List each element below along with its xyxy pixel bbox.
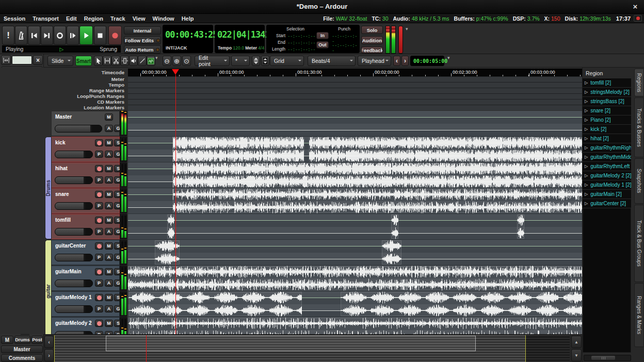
- error-log-icon[interactable]: [634, 15, 642, 22]
- track-name[interactable]: guitarMelody 1: [55, 294, 92, 300]
- track-name[interactable]: guitarMelody 2: [55, 320, 92, 326]
- track-a-button[interactable]: A: [105, 279, 113, 287]
- close-icon[interactable]: ×: [631, 2, 640, 11]
- track-header-guitarmelody-1[interactable]: guitarMelody 1MSPAG: [51, 291, 120, 317]
- secondary-clock[interactable]: 022|04|1341 Tempo 120.0 Meter 4/4: [215, 25, 265, 53]
- feedback-button[interactable]: Feedback: [361, 46, 383, 54]
- snap-mode-combo[interactable]: Grid: [270, 56, 304, 66]
- expander-icon[interactable]: ▷: [585, 90, 588, 94]
- menu-help[interactable]: Help: [178, 14, 198, 23]
- expander-icon[interactable]: ▷: [585, 127, 588, 131]
- side-tab-snapshots[interactable]: Snapshots: [634, 158, 644, 204]
- menu-transport[interactable]: Transport: [29, 14, 62, 23]
- track-fader[interactable]: [55, 254, 93, 261]
- region-item-guitarcenter-2-[interactable]: ▷guitarCenter [2]: [583, 199, 631, 208]
- strip-close-icon[interactable]: ×: [33, 55, 43, 65]
- audition-button[interactable]: Audition: [361, 36, 383, 44]
- track-m-button[interactable]: M: [105, 165, 113, 172]
- track-fader[interactable]: [55, 151, 93, 158]
- track-header-guitarcenter[interactable]: guitarCenterMSPAG: [51, 240, 120, 265]
- track-p-button[interactable]: P: [95, 151, 103, 158]
- track-p-button[interactable]: P: [95, 279, 103, 287]
- region-item-stringsmelody-2-[interactable]: ▷stringsMelody [2]: [583, 88, 631, 97]
- track-name[interactable]: hihat: [55, 166, 68, 171]
- region-item-snare-2-[interactable]: ▷snare [2]: [583, 106, 631, 116]
- record-arm-button[interactable]: [95, 191, 103, 198]
- group-tab-drums[interactable]: Drums: [45, 137, 52, 239]
- region-item-kick-2-[interactable]: ▷kick [2]: [583, 125, 631, 134]
- record-arm-button[interactable]: [95, 268, 103, 275]
- strip-master-button[interactable]: Master: [1, 345, 43, 353]
- zoom-to-session-button[interactable]: ⊙: [182, 56, 191, 66]
- region-list-scrollbar[interactable]: [584, 355, 631, 361]
- punch-out-button[interactable]: Out: [316, 41, 329, 48]
- expander-icon[interactable]: ▷: [585, 118, 588, 122]
- side-tab-track-bus-groups[interactable]: Track & Bus Groups: [634, 205, 644, 282]
- expander-icon[interactable]: ▷: [585, 136, 588, 141]
- zoom-out-button[interactable]: ⊖: [163, 56, 171, 66]
- edit-mode-combo[interactable]: Slide: [47, 56, 73, 66]
- scroll-up-button[interactable]: ▲: [571, 336, 582, 348]
- track-header-hihat[interactable]: hihatMSPAG: [51, 162, 120, 188]
- record-button[interactable]: [108, 26, 122, 45]
- nudge-smaller-button[interactable]: [252, 56, 260, 66]
- region-item-guitarrhythmleft-2-[interactable]: ▷guitarRhythmLeft [2]: [583, 162, 631, 171]
- strip-post-tab[interactable]: Post: [31, 336, 43, 344]
- track-a-button[interactable]: A: [105, 254, 113, 261]
- edit-point-combo[interactable]: Edit point: [195, 56, 230, 66]
- smart-mode-button[interactable]: Smart: [75, 56, 92, 66]
- track-m-button[interactable]: M: [105, 242, 113, 250]
- group-tab-guitar[interactable]: guitar: [45, 240, 52, 334]
- track-m-button[interactable]: M: [105, 113, 113, 121]
- track-fader[interactable]: [55, 228, 93, 236]
- expander-icon[interactable]: ▷: [585, 155, 588, 159]
- menu-edit[interactable]: Edit: [62, 14, 81, 23]
- summary-scroll-left-button[interactable]: ‹: [44, 336, 54, 348]
- solo-button[interactable]: Solo: [361, 26, 383, 34]
- strip-group-tab[interactable]: Drums: [14, 336, 30, 344]
- internal-edit-tool-button[interactable]: [147, 56, 155, 66]
- track-fader[interactable]: [55, 125, 102, 133]
- expander-icon[interactable]: ▷: [585, 173, 588, 178]
- scroll-down-button[interactable]: ▼: [571, 349, 582, 361]
- loop-button[interactable]: [54, 26, 66, 45]
- playhead-marker-icon[interactable]: [172, 69, 179, 75]
- region-item-guitarmelody-1-2-[interactable]: ▷guitarMelody 1 [2]: [583, 180, 631, 190]
- ruler-lane-range-markers[interactable]: [128, 88, 582, 93]
- record-arm-button[interactable]: [95, 217, 103, 224]
- side-tab-ranges-marks[interactable]: Ranges & Marks: [634, 283, 644, 347]
- track-header-guitarmain[interactable]: guitarMainMSPAG: [51, 266, 120, 291]
- grab-tool-button[interactable]: [94, 56, 103, 66]
- ruler-lane-loop-punch-ranges[interactable]: [128, 93, 582, 99]
- stretch-tool-button[interactable]: [120, 56, 129, 66]
- region-item-guitarrhythmmiddle-2-[interactable]: ▷guitarRhythmMiddle [2]: [583, 153, 631, 162]
- track-fader[interactable]: [55, 305, 93, 313]
- go-to-start-button[interactable]: [28, 26, 40, 45]
- expander-icon[interactable]: ▷: [585, 145, 588, 150]
- track-m-button[interactable]: M: [105, 217, 113, 224]
- ruler-lane-cd-markers[interactable]: [128, 99, 582, 105]
- track-a-button[interactable]: A: [105, 125, 113, 132]
- track-m-button[interactable]: M: [105, 320, 113, 327]
- track-m-button[interactable]: M: [105, 268, 113, 275]
- play-range-button[interactable]: [67, 26, 79, 45]
- region-item-guitarmelody-2-2-[interactable]: ▷guitarMelody 2 [2]: [583, 171, 631, 180]
- auto-return-toggle[interactable]: Auto Return: [124, 45, 161, 54]
- track-p-button[interactable]: P: [95, 228, 103, 235]
- track-name[interactable]: Master: [55, 114, 72, 120]
- region-item-guitarrhythmright-2-[interactable]: ▷guitarRhythmRight [2]: [583, 143, 631, 153]
- range-tool-button[interactable]: [103, 56, 111, 66]
- track-fader[interactable]: [55, 176, 93, 184]
- track-fader[interactable]: [55, 279, 93, 287]
- track-header-guitarmelody-2[interactable]: guitarMelody 2MSPAG: [51, 317, 120, 334]
- menu-session[interactable]: Session: [0, 14, 29, 23]
- nudge-forward-button[interactable]: ›: [401, 56, 409, 66]
- record-arm-button[interactable]: [95, 242, 103, 250]
- playhead-line[interactable]: [175, 75, 176, 334]
- track-a-button[interactable]: A: [105, 228, 113, 235]
- track-a-button[interactable]: A: [105, 305, 113, 312]
- expander-icon[interactable]: ▷: [585, 80, 588, 85]
- track-a-button[interactable]: A: [105, 151, 113, 158]
- meter-options-chevron-icon[interactable]: ▾: [406, 26, 408, 31]
- record-arm-button[interactable]: [95, 294, 103, 301]
